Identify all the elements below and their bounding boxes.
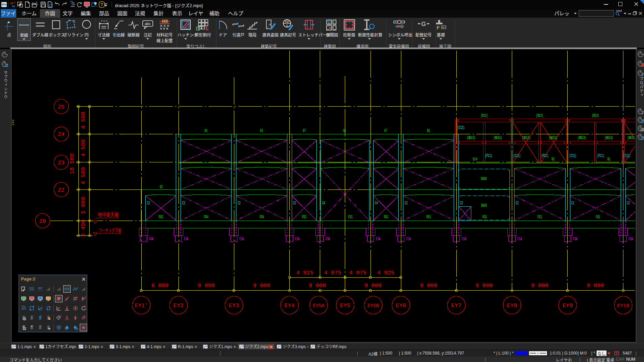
svg-text:EY8: EY8 — [507, 302, 517, 309]
svg-text:EY3: EY3 — [229, 302, 239, 309]
svg-text:G1: G1 — [607, 157, 611, 162]
svg-text:4 500: 4 500 — [80, 112, 87, 129]
svg-text:XY: XY — [38, 287, 42, 290]
svg-text:C2: C2 — [147, 201, 150, 206]
svg-text:F2A: F2A — [239, 237, 244, 242]
svg-text:9 000: 9 000 — [420, 282, 437, 289]
svg-text:(3): (3) — [11, 119, 15, 126]
svg-text:C2: C2 — [405, 201, 408, 206]
svg-text:4 075: 4 075 — [349, 270, 366, 276]
svg-text:Z3: Z3 — [58, 160, 64, 166]
svg-text:C2: C2 — [571, 201, 574, 206]
svg-text:(P11): (P11) — [485, 154, 492, 158]
svg-text:4 925: 4 925 — [296, 270, 313, 276]
svg-text:EY5: EY5 — [340, 302, 351, 309]
svg-text:EY5A: EY5A — [313, 303, 325, 309]
svg-text:EY6: EY6 — [396, 302, 406, 309]
svg-text:1: 1 — [286, 24, 288, 27]
svg-text:FG1: FG1 — [596, 215, 600, 220]
svg-text:F2A: F2A — [462, 237, 466, 242]
svg-text:C2: C2 — [460, 201, 463, 206]
svg-text:EW18: EW18 — [481, 203, 487, 208]
svg-text:Σ: Σ — [205, 26, 209, 31]
svg-text:C2: C2 — [627, 201, 630, 206]
svg-text:2d: 2d — [10, 2, 13, 5]
svg-text:(NG13): (NG13) — [467, 136, 475, 140]
svg-text:G1: G1 — [260, 129, 263, 133]
svg-text:Z2: Z2 — [58, 187, 64, 194]
svg-text:F3A: F3A — [573, 237, 577, 242]
svg-text:(NG13): (NG13) — [578, 136, 586, 140]
svg-text:FG2: FG2 — [159, 215, 163, 220]
svg-text:(B13): (B13) — [536, 113, 543, 118]
svg-text:4 500: 4 500 — [80, 167, 87, 184]
svg-text:(NG13): (NG13) — [627, 136, 636, 140]
svg-text:G1: G1 — [343, 129, 346, 133]
svg-text:9 000: 9 000 — [364, 282, 382, 289]
svg-text:F4A: F4A — [149, 237, 153, 242]
svg-text:G7: G7 — [303, 129, 306, 133]
svg-text:F1A: F1A — [518, 237, 522, 242]
svg-text:G1: G1 — [205, 129, 208, 133]
svg-text:EY7: EY7 — [451, 302, 462, 309]
svg-text:(C11): (C11) — [569, 154, 576, 158]
svg-text:EY2: EY2 — [173, 302, 184, 309]
svg-text:C2: C2 — [293, 201, 296, 206]
svg-text:C2: C2 — [516, 201, 519, 206]
svg-text:(NG13): (NG13) — [522, 136, 531, 140]
svg-text:EY10: EY10 — [617, 303, 629, 309]
svg-text:(C11): (C11) — [623, 154, 630, 158]
svg-text:C2: C2 — [238, 201, 241, 206]
svg-text:FG1: FG1 — [483, 215, 487, 220]
svg-text:9 000: 9 000 — [309, 282, 326, 289]
svg-text:(NG13): (NG13) — [549, 136, 557, 140]
svg-text:F2A: F2A — [295, 237, 300, 242]
svg-text:FG1: FG1 — [538, 215, 542, 220]
svg-text:EY1': EY1' — [135, 303, 148, 309]
svg-text:C4: C4 — [322, 201, 325, 206]
svg-text:A: A — [24, 318, 25, 320]
svg-text:G2: G2 — [160, 185, 163, 189]
svg-text:(C12): (C12) — [457, 126, 464, 130]
svg-text:FG1: FG1 — [427, 215, 431, 220]
svg-text:地中梁天端: 地中梁天端 — [98, 212, 119, 218]
svg-text:FG4: FG4 — [204, 215, 209, 220]
svg-text:5 000: 5 000 — [80, 197, 87, 214]
svg-text:F: F — [437, 25, 440, 30]
svg-text:FG2: FG2 — [302, 215, 307, 220]
svg-text:F3A: F3A — [326, 237, 330, 242]
svg-text:C2: C2 — [182, 201, 185, 206]
svg-text:9 000: 9 000 — [253, 282, 270, 289]
svg-text:4 500: 4 500 — [80, 139, 87, 157]
svg-text:(NG13): (NG13) — [605, 136, 613, 140]
svg-text:G1: G1 — [552, 157, 555, 162]
svg-text:2 400: 2 400 — [80, 220, 87, 237]
svg-text:G1: G1 — [427, 129, 430, 133]
svg-text:9 000: 9 000 — [476, 282, 493, 289]
svg-text:4 075: 4 075 — [324, 270, 341, 276]
svg-text:9 000: 9 000 — [531, 282, 548, 289]
svg-text:(B13): (B13) — [592, 113, 599, 118]
svg-text:?: ? — [100, 2, 103, 7]
svg-text:F: F — [642, 112, 643, 115]
svg-text:F3A: F3A — [376, 237, 380, 242]
svg-text:(P11): (P11) — [541, 154, 548, 158]
svg-text:G: G — [421, 21, 426, 27]
svg-text:(P11): (P11) — [597, 154, 604, 158]
svg-text:EW18: EW18 — [481, 177, 487, 181]
svg-text:SD: SD — [285, 20, 289, 23]
svg-text:abc: abc — [145, 22, 151, 26]
svg-text:G14: G14 — [473, 157, 477, 162]
svg-text:Z5: Z5 — [58, 104, 64, 110]
svg-text:EY9: EY9 — [563, 302, 573, 309]
svg-text:EY5B: EY5B — [367, 303, 379, 309]
svg-text:Z4: Z4 — [58, 132, 64, 138]
svg-text:フーチング下端: フーチング下端 — [99, 228, 121, 233]
svg-text:FG4: FG4 — [260, 215, 264, 220]
svg-text:EY4: EY4 — [284, 302, 295, 309]
svg-text:G7: G7 — [384, 129, 387, 133]
svg-text:F1A: F1A — [406, 237, 411, 242]
svg-text:9 000: 9 000 — [587, 282, 604, 289]
svg-text:(NG13): (NG13) — [494, 136, 502, 140]
svg-text:FG1: FG1 — [348, 215, 353, 220]
